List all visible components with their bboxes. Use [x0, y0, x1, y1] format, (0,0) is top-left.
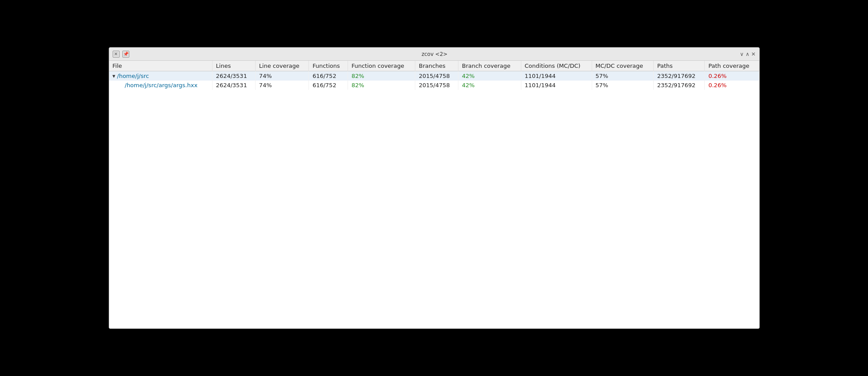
main-window: ✕ 📌 zcov <2> ∨ ∧ ✕ File Lines Line cover…: [109, 47, 760, 329]
col-conditions[interactable]: Conditions (MC/DC): [521, 61, 592, 71]
col-branch-coverage[interactable]: Branch coverage: [458, 61, 521, 71]
close-icon[interactable]: ✕: [751, 51, 755, 57]
table-header: File Lines Line coverage Functions Funct…: [109, 61, 759, 71]
close-button[interactable]: ✕: [113, 51, 120, 58]
file-path: /home/j/src/args/args.hxx: [113, 82, 198, 88]
window-title: zcov <2>: [129, 51, 740, 57]
function-coverage-cell: 82%: [348, 71, 415, 81]
header-row: File Lines Line coverage Functions Funct…: [109, 61, 759, 71]
lines-cell: 2624/3531: [212, 81, 255, 90]
col-paths[interactable]: Paths: [653, 61, 705, 71]
mcdc-coverage-cell: 57%: [592, 71, 653, 81]
col-functions[interactable]: Functions: [309, 61, 348, 71]
col-function-coverage[interactable]: Function coverage: [348, 61, 415, 71]
table-body: ▾/home/j/src 2624/3531 74% 616/752 82% 2…: [109, 71, 759, 90]
branch-coverage-cell: 42%: [458, 81, 521, 90]
functions-cell: 616/752: [309, 81, 348, 90]
window-content: File Lines Line coverage Functions Funct…: [109, 61, 759, 328]
line-coverage-cell: 74%: [255, 71, 309, 81]
col-path-coverage[interactable]: Path coverage: [705, 61, 759, 71]
table-row: ▾/home/j/src 2624/3531 74% 616/752 82% 2…: [109, 71, 759, 81]
col-file[interactable]: File: [109, 61, 212, 71]
mcdc-coverage-cell: 57%: [592, 81, 653, 90]
col-branches[interactable]: Branches: [415, 61, 458, 71]
col-mcdc-coverage[interactable]: MC/DC coverage: [592, 61, 653, 71]
file-cell[interactable]: /home/j/src/args/args.hxx: [109, 81, 212, 90]
conditions-cell: 1101/1944: [521, 81, 592, 90]
path-coverage-cell: 0.26%: [705, 81, 759, 90]
col-lines[interactable]: Lines: [212, 61, 255, 71]
file-path: /home/j/src: [117, 73, 149, 79]
file-cell[interactable]: ▾/home/j/src: [109, 71, 212, 81]
minimize-icon[interactable]: ∧: [746, 51, 750, 57]
table-row: /home/j/src/args/args.hxx 2624/3531 74% …: [109, 81, 759, 90]
chevron-down-icon[interactable]: ∨: [740, 51, 744, 57]
lines-cell: 2624/3531: [212, 71, 255, 81]
paths-cell: 2352/917692: [653, 81, 705, 90]
conditions-cell: 1101/1944: [521, 71, 592, 81]
path-coverage-cell: 0.26%: [705, 71, 759, 81]
pin-button[interactable]: 📌: [122, 51, 129, 58]
tree-toggle-icon[interactable]: ▾: [113, 73, 116, 79]
branch-coverage-cell: 42%: [458, 71, 521, 81]
title-bar-controls: ∨ ∧ ✕: [740, 51, 756, 57]
paths-cell: 2352/917692: [653, 71, 705, 81]
function-coverage-cell: 82%: [348, 81, 415, 90]
title-bar: ✕ 📌 zcov <2> ∨ ∧ ✕: [109, 48, 759, 61]
col-line-coverage[interactable]: Line coverage: [255, 61, 309, 71]
title-bar-left: ✕ 📌: [113, 51, 129, 58]
functions-cell: 616/752: [309, 71, 348, 81]
branches-cell: 2015/4758: [415, 81, 458, 90]
coverage-table: File Lines Line coverage Functions Funct…: [109, 61, 759, 90]
line-coverage-cell: 74%: [255, 81, 309, 90]
branches-cell: 2015/4758: [415, 71, 458, 81]
